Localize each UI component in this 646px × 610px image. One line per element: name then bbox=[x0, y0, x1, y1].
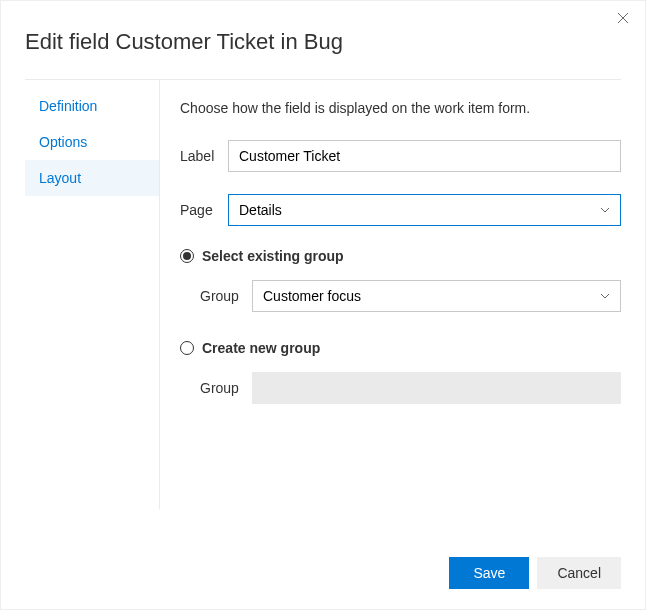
sidebar-item-label: Layout bbox=[39, 170, 81, 186]
group-row: Group bbox=[180, 280, 621, 312]
page-row: Page bbox=[180, 194, 621, 226]
group-select-wrap bbox=[252, 280, 621, 312]
page-select[interactable] bbox=[228, 194, 621, 226]
radio-label: Select existing group bbox=[202, 248, 344, 264]
new-group-input bbox=[252, 372, 621, 404]
radio-icon bbox=[180, 249, 194, 263]
label-row: Label bbox=[180, 140, 621, 172]
radio-create-new-group[interactable]: Create new group bbox=[180, 340, 621, 356]
group-select[interactable] bbox=[252, 280, 621, 312]
page-field-label: Page bbox=[180, 202, 228, 218]
radio-select-existing-group[interactable]: Select existing group bbox=[180, 248, 621, 264]
sidebar-item-layout[interactable]: Layout bbox=[25, 160, 159, 196]
new-group-field-label: Group bbox=[200, 380, 252, 396]
sidebar: Definition Options Layout bbox=[25, 80, 160, 509]
sidebar-item-label: Options bbox=[39, 134, 87, 150]
main-panel: Choose how the field is displayed on the… bbox=[160, 80, 621, 509]
content-area: Definition Options Layout Choose how the… bbox=[25, 79, 621, 509]
sidebar-item-options[interactable]: Options bbox=[25, 124, 159, 160]
label-input[interactable] bbox=[228, 140, 621, 172]
label-field-label: Label bbox=[180, 148, 228, 164]
radio-icon bbox=[180, 341, 194, 355]
sidebar-item-label: Definition bbox=[39, 98, 97, 114]
save-button[interactable]: Save bbox=[449, 557, 529, 589]
new-group-row: Group bbox=[180, 372, 621, 404]
cancel-button[interactable]: Cancel bbox=[537, 557, 621, 589]
close-icon bbox=[617, 11, 629, 27]
dialog-title: Edit field Customer Ticket in Bug bbox=[1, 1, 645, 79]
radio-label: Create new group bbox=[202, 340, 320, 356]
sidebar-item-definition[interactable]: Definition bbox=[25, 88, 159, 124]
group-field-label: Group bbox=[200, 288, 252, 304]
page-select-wrap bbox=[228, 194, 621, 226]
close-button[interactable] bbox=[613, 9, 633, 29]
intro-text: Choose how the field is displayed on the… bbox=[180, 100, 621, 116]
footer: Save Cancel bbox=[449, 557, 621, 589]
